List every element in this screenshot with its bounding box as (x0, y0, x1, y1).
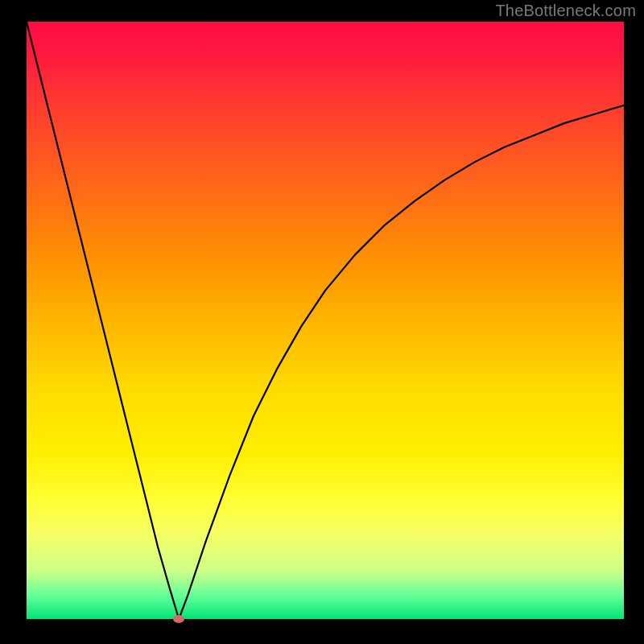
optimum-marker (173, 615, 184, 623)
bottleneck-curve (27, 22, 624, 619)
plot-area (27, 22, 624, 619)
chart-frame: TheBottleneck.com (0, 0, 644, 644)
watermark-text: TheBottleneck.com (495, 2, 636, 20)
